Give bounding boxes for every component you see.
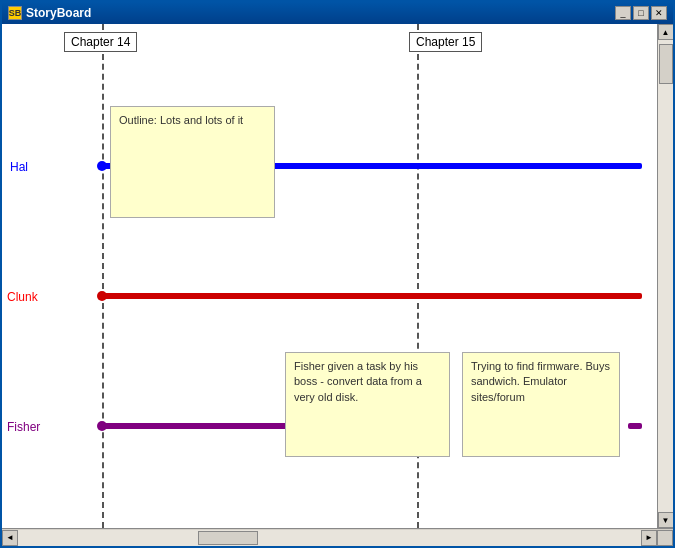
- fisher-dot-start: [97, 421, 107, 431]
- main-window: SB StoryBoard _ □ ✕ Chapter 14: [0, 0, 675, 548]
- minimize-button[interactable]: _: [615, 6, 631, 20]
- fisher-sticky-note-2[interactable]: Trying to find firmware. Buys sandwich. …: [462, 352, 620, 457]
- title-bar: SB StoryBoard _ □ ✕: [2, 2, 673, 24]
- window-content: Chapter 14 Chapter 15 Hal Outline: Lots …: [2, 24, 673, 528]
- fisher-note-1-text: Fisher given a task by his boss - conver…: [294, 360, 422, 403]
- close-button[interactable]: ✕: [651, 6, 667, 20]
- chapter-14-box: Chapter 14: [64, 32, 137, 52]
- canvas-area: Chapter 14 Chapter 15 Hal Outline: Lots …: [2, 24, 657, 528]
- hal-sticky-note[interactable]: Outline: Lots and lots of it: [110, 106, 275, 218]
- clunk-story-line: [102, 293, 642, 299]
- fisher-story-line-2: [628, 423, 642, 429]
- scroll-down-button[interactable]: ▼: [658, 512, 674, 528]
- scrollbar-corner: [657, 530, 673, 546]
- scroll-thumb-horizontal[interactable]: [198, 531, 258, 545]
- scroll-right-button[interactable]: ►: [641, 530, 657, 546]
- fisher-label: Fisher: [7, 420, 40, 434]
- bottom-bar: ◄ ►: [2, 528, 673, 546]
- hal-dot: [97, 161, 107, 171]
- window-title: StoryBoard: [26, 6, 91, 20]
- scroll-track-horizontal[interactable]: [18, 530, 641, 546]
- maximize-button[interactable]: □: [633, 6, 649, 20]
- scroll-up-button[interactable]: ▲: [658, 24, 674, 40]
- clunk-dot: [97, 291, 107, 301]
- chapter-14-label: Chapter 14: [71, 35, 130, 49]
- scroll-thumb-vertical[interactable]: [659, 44, 673, 84]
- chapter-15-label: Chapter 15: [416, 35, 475, 49]
- title-bar-left: SB StoryBoard: [8, 6, 91, 20]
- app-icon: SB: [8, 6, 22, 20]
- vertical-scrollbar: ▲ ▼: [657, 24, 673, 528]
- horizontal-scrollbar: ◄ ►: [2, 530, 657, 546]
- clunk-label: Clunk: [7, 290, 38, 304]
- fisher-note-2-text: Trying to find firmware. Buys sandwich. …: [471, 360, 610, 403]
- chapter-15-box: Chapter 15: [409, 32, 482, 52]
- hal-note-text: Outline: Lots and lots of it: [119, 114, 243, 126]
- chapter-14-line: [102, 24, 104, 528]
- window-controls: _ □ ✕: [615, 6, 667, 20]
- scroll-left-button[interactable]: ◄: [2, 530, 18, 546]
- scroll-track-vertical[interactable]: [658, 40, 673, 512]
- fisher-sticky-note-1[interactable]: Fisher given a task by his boss - conver…: [285, 352, 450, 457]
- hal-label: Hal: [10, 160, 28, 174]
- storyboard-canvas: Chapter 14 Chapter 15 Hal Outline: Lots …: [2, 24, 657, 528]
